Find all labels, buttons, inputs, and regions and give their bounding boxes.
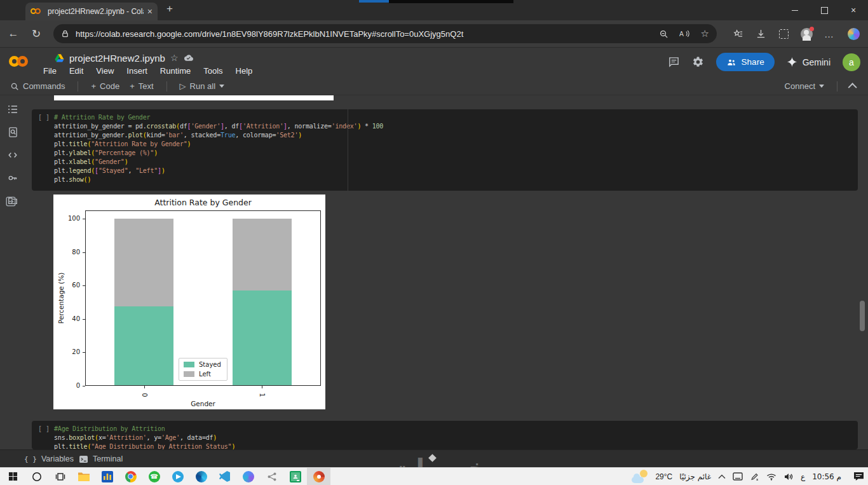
pen-input-icon[interactable]	[750, 472, 759, 481]
back-icon[interactable]: ←	[5, 20, 22, 47]
chart-bar-left-0	[114, 219, 173, 306]
share-label: Share	[742, 57, 764, 67]
weather-temp[interactable]: 29°C	[655, 472, 672, 481]
menu-tools[interactable]: Tools	[197, 65, 229, 77]
downloads-icon[interactable]	[752, 20, 769, 47]
chrome-icon[interactable]	[119, 468, 142, 485]
code-editor[interactable]: #Age Distribution by Attritionsns.boxplo…	[54, 425, 235, 449]
vscode-icon[interactable]	[213, 468, 236, 485]
touch-keyboard-icon[interactable]	[733, 472, 743, 481]
url-bar[interactable]: A ☆	[53, 24, 717, 43]
active-app-icon[interactable]	[307, 468, 330, 485]
colab-logo-icon[interactable]	[9, 54, 33, 71]
wifi-icon[interactable]	[766, 473, 776, 481]
classroom-icon[interactable]	[283, 468, 307, 485]
menu-runtime[interactable]: Runtime	[154, 65, 197, 77]
run-cell-button[interactable]: [ ]	[38, 425, 50, 432]
weather-desc[interactable]: غائم جزئيًا	[679, 472, 711, 481]
reload-icon[interactable]: ↻	[28, 20, 44, 47]
run-icon: ▷	[180, 81, 186, 91]
chart-ytick-mark	[83, 319, 85, 320]
chart-ytick-mark	[83, 252, 85, 253]
chart-bar-stayed-1	[233, 290, 292, 386]
scrollbar-thumb[interactable]	[860, 301, 865, 331]
volume-icon[interactable]	[783, 473, 794, 481]
favorite-star-icon[interactable]: ☆	[701, 28, 709, 39]
terminal-button[interactable]: Terminal	[79, 450, 123, 467]
legend-swatch-icon	[184, 371, 194, 377]
chart-app-icon[interactable]	[95, 468, 119, 485]
add-text-button[interactable]: +Text	[125, 81, 158, 91]
settings-gear-icon[interactable]	[692, 56, 704, 68]
chart-xtick-label: 0	[140, 393, 147, 397]
action-center-icon[interactable]	[853, 472, 864, 481]
taskbar-clock[interactable]: 10:56 م	[812, 472, 841, 481]
menu-edit[interactable]: Edit	[63, 65, 90, 77]
search-icon[interactable]	[25, 468, 48, 485]
copilot-icon[interactable]	[845, 20, 862, 47]
task-view-icon[interactable]	[48, 468, 72, 485]
chart-ylabel: Percentage (%)	[57, 273, 65, 324]
run-all-dropdown-icon[interactable]	[219, 85, 224, 88]
menu-bar: FileEditViewInsertRuntimeToolsHelp	[37, 65, 259, 77]
start-icon[interactable]	[1, 468, 25, 485]
browser-tab-active[interactable]: project2HRnew2.ipynb - Colab ×	[25, 3, 158, 20]
comments-icon[interactable]	[668, 56, 680, 68]
code-cell-2[interactable]: [ ] #Age Distribution by Attritionsns.bo…	[32, 421, 858, 449]
run-cell-button[interactable]: [ ]	[38, 114, 50, 121]
user-avatar[interactable]: a	[843, 53, 860, 71]
tray-expand-chevron-icon[interactable]	[718, 474, 726, 479]
whatsapp-icon[interactable]	[142, 468, 166, 485]
connect-button[interactable]: Connect	[780, 81, 829, 91]
code-cell-1[interactable]: [ ] # Attrition Rate by Genderattrition_…	[32, 109, 858, 191]
drive-icon	[55, 53, 64, 62]
menu-file[interactable]: File	[37, 65, 63, 77]
weather-icon[interactable]	[632, 469, 648, 484]
copilot-icon[interactable]	[236, 468, 260, 485]
gemini-button[interactable]: Gemini	[787, 57, 831, 67]
favorites-list-icon[interactable]	[729, 20, 746, 47]
window-maximize-button[interactable]	[810, 0, 839, 20]
star-notebook-icon[interactable]: ☆	[170, 53, 179, 63]
connect-dropdown-icon[interactable]	[819, 85, 824, 88]
chart-ytick-label: 80	[58, 249, 80, 256]
run-all-button[interactable]: ▷Run all	[175, 81, 229, 91]
menu-view[interactable]: View	[90, 65, 120, 77]
variables-button[interactable]: { } Variables	[24, 450, 74, 467]
menu-insert[interactable]: Insert	[120, 65, 154, 77]
language-indicator[interactable]: ع	[801, 472, 805, 481]
chart-ytick-label: 0	[58, 382, 80, 389]
new-tab-button[interactable]: +	[166, 3, 173, 15]
output-indicator-icon[interactable]	[5, 196, 17, 207]
window-minimize-button[interactable]	[780, 0, 810, 20]
table-of-contents-icon[interactable]	[6, 103, 19, 116]
tab-close-icon[interactable]: ×	[147, 6, 153, 17]
code-snippets-icon[interactable]	[6, 149, 19, 161]
telegram-icon[interactable]	[166, 468, 189, 485]
browser-menu-icon[interactable]: …	[821, 20, 837, 47]
chart-ytick-label: 100	[58, 215, 80, 222]
window-close-button[interactable]: ×	[839, 0, 868, 20]
secrets-icon[interactable]	[6, 172, 19, 184]
commands-button[interactable]: Commands	[5, 81, 70, 91]
gemini-sparkle-icon	[787, 57, 797, 67]
add-code-button[interactable]: +Code	[86, 81, 125, 91]
tab-title: project2HRnew2.ipynb - Colab	[48, 7, 144, 16]
url-input[interactable]	[74, 29, 654, 39]
browser-profile-avatar[interactable]	[798, 20, 815, 47]
colab-favicon-icon	[31, 8, 43, 15]
terminal-icon	[79, 455, 88, 463]
collapse-header-button[interactable]	[845, 83, 862, 90]
notebook-filename[interactable]: project2HRnew2.ipynb	[69, 53, 165, 64]
menu-help[interactable]: Help	[229, 65, 259, 77]
chart-ytick-mark	[83, 219, 85, 219]
url-zoom-icon[interactable]	[659, 29, 668, 39]
edge-icon[interactable]	[189, 468, 213, 485]
share-nodes-icon[interactable]	[260, 468, 283, 485]
read-aloud-icon[interactable]: A	[679, 29, 690, 38]
code-editor[interactable]: # Attrition Rate by Genderattrition_by_g…	[54, 113, 383, 184]
file-explorer-icon[interactable]	[72, 468, 95, 485]
share-button[interactable]: Share	[716, 53, 775, 71]
web-capture-icon[interactable]	[775, 20, 792, 47]
find-replace-icon[interactable]	[6, 126, 19, 139]
